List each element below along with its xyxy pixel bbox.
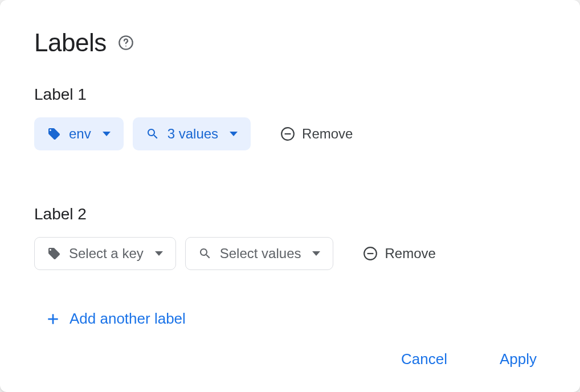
label-row: env 3 values Remove	[34, 117, 546, 150]
remove-label-button[interactable]: Remove	[356, 241, 442, 266]
apply-button[interactable]: Apply	[491, 345, 546, 374]
cancel-button[interactable]: Cancel	[392, 345, 456, 374]
tag-icon	[47, 247, 61, 260]
label-heading: Label 2	[34, 205, 546, 223]
chevron-down-icon	[103, 132, 111, 136]
label-heading: Label 1	[34, 85, 546, 104]
search-icon	[146, 127, 160, 141]
remove-label-button[interactable]: Remove	[273, 121, 360, 146]
label-values-text: 3 values	[168, 126, 218, 142]
label-key-chip[interactable]: env	[34, 117, 124, 150]
search-icon	[198, 247, 212, 260]
label-values-chip[interactable]: 3 values	[133, 117, 251, 150]
dialog-actions: Cancel Apply	[34, 333, 546, 374]
add-label-text: Add another label	[70, 310, 186, 328]
dialog-header: Labels	[34, 28, 546, 57]
remove-circle-icon	[363, 246, 378, 261]
label-values-chip[interactable]: Select values	[185, 237, 334, 270]
label-row: Select a key Select values Remove	[34, 237, 546, 270]
chevron-down-icon	[230, 132, 238, 136]
labels-dialog: Labels Label 1 env 3 val	[0, 0, 580, 392]
dialog-title: Labels	[34, 28, 107, 57]
label-section-1: Label 1 env 3 values	[34, 85, 546, 150]
label-values-placeholder: Select values	[220, 246, 301, 262]
label-key-placeholder: Select a key	[69, 246, 144, 262]
remove-circle-icon	[280, 126, 295, 141]
remove-label-text: Remove	[302, 126, 353, 142]
label-section-2: Label 2 Select a key Select values	[34, 205, 546, 270]
svg-point-1	[125, 46, 126, 47]
help-icon[interactable]	[118, 35, 134, 51]
plus-icon	[46, 312, 60, 326]
label-key-chip[interactable]: Select a key	[34, 237, 176, 270]
add-another-label-button[interactable]: Add another label	[34, 304, 546, 333]
chevron-down-icon	[155, 251, 163, 256]
chevron-down-icon	[312, 251, 320, 256]
remove-label-text: Remove	[385, 246, 435, 262]
tag-icon	[47, 127, 61, 141]
label-key-text: env	[69, 126, 91, 142]
